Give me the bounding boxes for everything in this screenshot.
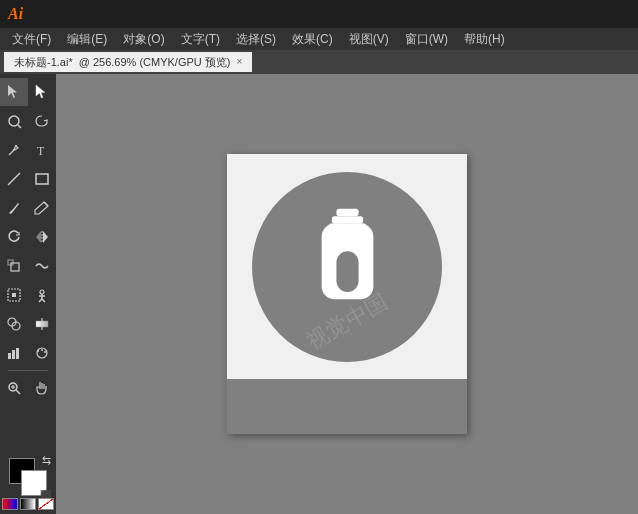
- swatch-area[interactable]: ⇆ ⬛: [9, 458, 47, 496]
- rotate-tool[interactable]: [0, 223, 28, 251]
- tool-row-5: [0, 194, 56, 222]
- svg-line-6: [44, 202, 48, 206]
- svg-rect-8: [11, 263, 19, 271]
- svg-point-0: [9, 116, 19, 126]
- svg-rect-36: [336, 251, 358, 292]
- svg-point-26: [41, 349, 43, 351]
- svg-line-4: [8, 173, 20, 185]
- swap-colors-icon[interactable]: ⇆: [42, 454, 51, 467]
- rect-tool[interactable]: [28, 165, 56, 193]
- menu-edit[interactable]: 编辑(E): [59, 28, 115, 50]
- svg-point-27: [44, 351, 46, 353]
- svg-rect-23: [16, 348, 19, 359]
- menu-window[interactable]: 窗口(W): [397, 28, 456, 50]
- direct-selection-tool[interactable]: [28, 78, 56, 106]
- svg-rect-11: [12, 293, 16, 297]
- app-logo: Ai: [8, 5, 23, 23]
- type-tool[interactable]: T: [28, 136, 56, 164]
- puppet-warp-tool[interactable]: [28, 281, 56, 309]
- circle-background: [252, 172, 442, 362]
- tab-bar: 未标题-1.ai* @ 256.69% (CMYK/GPU 预览) ×: [0, 50, 638, 74]
- svg-rect-21: [8, 353, 11, 359]
- symbol-sprayer-tool[interactable]: [28, 339, 56, 367]
- menu-help[interactable]: 帮助(H): [456, 28, 513, 50]
- tool-row-6: [0, 223, 56, 251]
- tool-row-10: [0, 339, 56, 367]
- svg-line-1: [18, 125, 21, 128]
- toolbar: T: [0, 74, 56, 514]
- menu-text[interactable]: 文字(T): [173, 28, 228, 50]
- hand-tool[interactable]: [28, 374, 56, 402]
- tab-close-button[interactable]: ×: [236, 52, 242, 72]
- menu-bar: 文件(F) 编辑(E) 对象(O) 文字(T) 选择(S) 效果(C) 视图(V…: [0, 28, 638, 50]
- tool-row-9: [0, 310, 56, 338]
- menu-effect[interactable]: 效果(C): [284, 28, 341, 50]
- artboard-footer: [227, 379, 467, 434]
- svg-rect-5: [36, 174, 48, 184]
- free-transform-tool[interactable]: [0, 281, 28, 309]
- menu-file[interactable]: 文件(F): [4, 28, 59, 50]
- title-bar: Ai: [0, 0, 638, 28]
- lasso-tool[interactable]: [28, 107, 56, 135]
- shape-builder-tool[interactable]: [0, 310, 28, 338]
- document-tab[interactable]: 未标题-1.ai* @ 256.69% (CMYK/GPU 预览) ×: [4, 52, 252, 72]
- warp-tool[interactable]: [28, 252, 56, 280]
- svg-line-29: [16, 390, 20, 394]
- artboard: 视觉中国: [227, 154, 467, 434]
- svg-rect-33: [331, 216, 362, 223]
- graph-tool[interactable]: [0, 339, 28, 367]
- paintbrush-tool[interactable]: [0, 194, 28, 222]
- color-mode-icons: [2, 498, 54, 510]
- tab-info: @ 256.69% (CMYK/GPU 预览): [79, 52, 231, 72]
- canvas-area: 视觉中国: [56, 74, 638, 514]
- pencil-tool[interactable]: [28, 194, 56, 222]
- color-swatches: ⇆ ⬛: [0, 454, 58, 514]
- menu-select[interactable]: 选择(S): [228, 28, 284, 50]
- svg-rect-22: [12, 350, 15, 359]
- tool-row-zoom: [0, 374, 56, 402]
- tool-row-3: T: [0, 136, 56, 164]
- svg-rect-35: [329, 223, 366, 230]
- tab-title: 未标题-1.ai*: [14, 52, 73, 72]
- gradient-mode-icon[interactable]: [20, 498, 36, 510]
- menu-object[interactable]: 对象(O): [115, 28, 172, 50]
- svg-text:T: T: [37, 144, 45, 158]
- no-paint-icon[interactable]: [38, 498, 54, 510]
- menu-view[interactable]: 视图(V): [341, 28, 397, 50]
- icon-area: [227, 154, 467, 379]
- reflect-tool[interactable]: [28, 223, 56, 251]
- svg-line-16: [42, 299, 45, 302]
- zoom-tool[interactable]: [0, 374, 28, 402]
- line-tool[interactable]: [0, 165, 28, 193]
- main-area: T: [0, 74, 638, 514]
- color-mode-icon[interactable]: [2, 498, 18, 510]
- tool-row-4: [0, 165, 56, 193]
- tool-row-1: [0, 78, 56, 106]
- toolbar-divider: [8, 370, 48, 371]
- tool-row-2: [0, 107, 56, 135]
- gradient-tool[interactable]: [28, 310, 56, 338]
- svg-rect-32: [336, 208, 358, 215]
- tool-row-8: [0, 281, 56, 309]
- selection-tool[interactable]: [0, 78, 28, 106]
- magic-wand-tool[interactable]: [0, 107, 28, 135]
- svg-point-12: [40, 290, 44, 294]
- baby-bottle-icon: [300, 207, 395, 327]
- pen-tool[interactable]: [0, 136, 28, 164]
- tool-row-7: [0, 252, 56, 280]
- scale-tool[interactable]: [0, 252, 28, 280]
- svg-point-25: [37, 350, 39, 352]
- svg-point-2: [15, 145, 17, 147]
